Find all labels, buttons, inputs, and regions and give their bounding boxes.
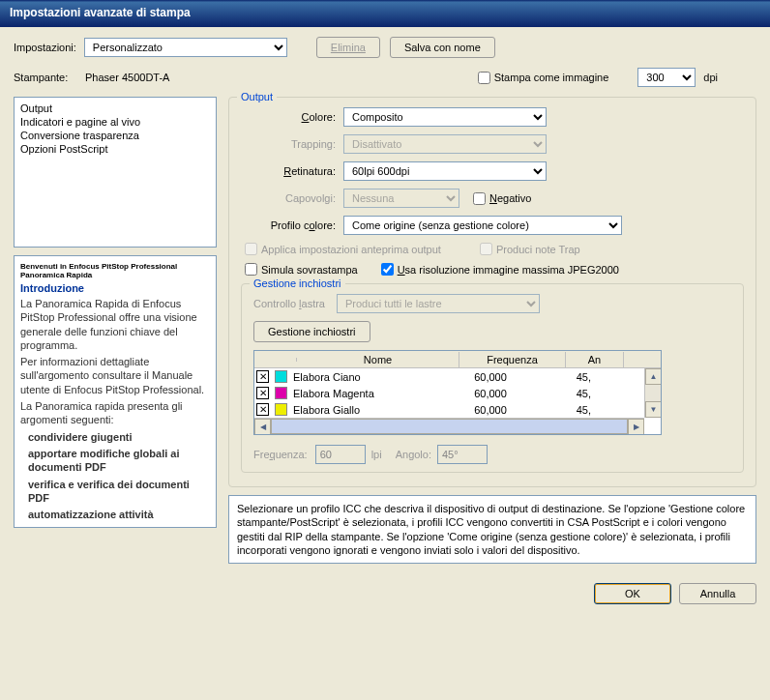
scrollbar-vertical[interactable]: ▲ ▼ xyxy=(644,368,661,418)
delete-button: Elimina xyxy=(316,37,380,58)
col-name: Nome xyxy=(297,352,459,367)
printer-label: Stampante: xyxy=(14,72,77,83)
flip-select: Nessuna xyxy=(343,189,459,208)
ink-name: Elabora Giallo xyxy=(293,404,438,416)
negative-checkbox[interactable]: Negativo xyxy=(473,192,531,205)
angle-label: Angolo: xyxy=(396,449,431,460)
ink-name: Elabora Magenta xyxy=(293,388,438,399)
category-list[interactable]: Output Indicatori e pagine al vivo Conve… xyxy=(14,97,217,248)
scroll-down-icon[interactable]: ▼ xyxy=(645,401,662,418)
color-swatch xyxy=(275,387,287,399)
checkbox-icon[interactable]: ✕ xyxy=(256,370,269,383)
lpi-label: lpi xyxy=(371,449,382,460)
overprint-checkbox[interactable]: Simula sovrastampa xyxy=(245,263,358,276)
screening-select[interactable]: 60lpi 600dpi xyxy=(343,161,547,181)
print-as-image-checkbox[interactable]: Stampa come immagine xyxy=(478,72,609,84)
color-label: Colore: xyxy=(241,111,336,123)
inks-group: Gestione inchiostri Controllo lastra Pro… xyxy=(241,283,744,473)
ok-button[interactable]: OK xyxy=(594,583,671,604)
ink-name: Elabora Ciano xyxy=(293,371,438,383)
scroll-right-icon[interactable]: ▶ xyxy=(628,419,644,435)
titlebar: Impostazioni avanzate di stampa xyxy=(0,0,770,27)
ink-manager-button[interactable]: Gestione inchiostri xyxy=(253,321,370,342)
settings-label: Impostazioni: xyxy=(14,42,76,53)
col-freq: Frequenza xyxy=(459,352,566,367)
description-box: Selezionare un profilo ICC che descriva … xyxy=(228,495,756,564)
cancel-button[interactable]: Annulla xyxy=(679,583,756,604)
printer-value: Phaser 4500DT-A xyxy=(85,72,169,83)
colorprofile-select[interactable]: Come origine (senza gestione colore) xyxy=(343,216,622,235)
colorprofile-label: Profilo colore: xyxy=(241,219,336,231)
freq-input xyxy=(315,445,366,464)
ink-ang: 45, xyxy=(543,371,591,383)
scrollbar-horizontal[interactable]: ◀ ▶ xyxy=(254,418,644,434)
nav-transparency[interactable]: Conversione trasparenza xyxy=(20,129,210,142)
table-row[interactable]: ✕Elabora Magenta60,00045, xyxy=(254,385,661,401)
save-as-button[interactable]: Salva con nome xyxy=(390,37,495,58)
checkbox-icon[interactable]: ✕ xyxy=(256,387,269,399)
nav-marks[interactable]: Indicatori e pagine al vivo xyxy=(20,115,210,129)
checkbox-icon[interactable]: ✕ xyxy=(256,403,269,416)
screening-label: Retinatura: xyxy=(241,165,336,177)
color-select[interactable]: Composito xyxy=(343,107,547,127)
output-group: Output Colore: Composito Trapping: Disat… xyxy=(228,97,756,487)
trapping-select: Disattivato xyxy=(343,134,547,154)
freq-label: Frequenza: xyxy=(253,449,308,460)
ink-freq: 60,000 xyxy=(438,371,543,383)
dpi-select[interactable]: 300 xyxy=(637,68,696,87)
plate-label: Controllo lastra xyxy=(253,298,325,309)
table-row[interactable]: ✕Elabora Giallo60,00045, xyxy=(254,401,661,418)
color-swatch xyxy=(275,370,287,383)
inks-legend: Gestione inchiostri xyxy=(250,277,345,289)
settings-select[interactable]: Personalizzato xyxy=(84,38,287,57)
trap-notes-checkbox: Produci note Trap xyxy=(480,243,580,255)
page-preview: Benvenuti in Enfocus PitStop Professiona… xyxy=(14,255,217,528)
jpeg2000-checkbox[interactable]: Usa risoluzione immagine massima JPEG200… xyxy=(381,263,619,276)
ink-freq: 60,000 xyxy=(438,404,543,416)
col-ang: An xyxy=(566,352,624,367)
plate-select: Produci tutti le lastre xyxy=(337,294,540,313)
scroll-left-icon[interactable]: ◀ xyxy=(254,419,271,435)
nav-output[interactable]: Output xyxy=(20,102,210,115)
nav-postscript[interactable]: Opzioni PostScript xyxy=(20,142,210,156)
scroll-up-icon[interactable]: ▲ xyxy=(645,368,662,385)
ink-ang: 45, xyxy=(543,388,591,399)
output-legend: Output xyxy=(237,91,277,102)
table-row[interactable]: ✕Elabora Ciano60,00045, xyxy=(254,368,661,385)
dpi-unit: dpi xyxy=(703,72,718,83)
color-swatch xyxy=(275,403,287,416)
ink-table[interactable]: Nome Frequenza An ✕Elabora Ciano60,00045… xyxy=(253,350,662,435)
flip-label: Capovolgi: xyxy=(241,192,336,204)
ink-freq: 60,000 xyxy=(438,388,543,399)
trapping-label: Trapping: xyxy=(241,138,336,150)
apply-preview-checkbox: Applica impostazioni anteprima output xyxy=(245,243,441,255)
angle-input xyxy=(437,445,488,464)
ink-ang: 45, xyxy=(543,404,591,416)
